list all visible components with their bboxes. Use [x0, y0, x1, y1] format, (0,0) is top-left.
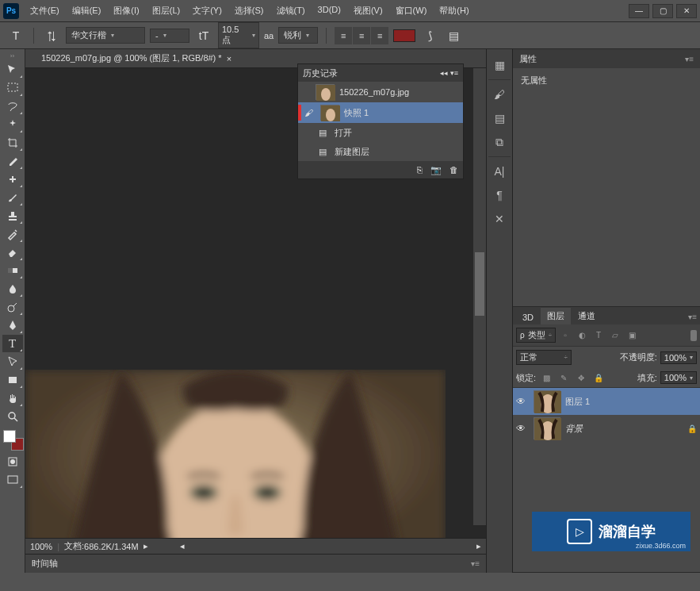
dock-paragraph-icon[interactable]: ¶ — [488, 184, 511, 206]
menu-window[interactable]: 窗口(W) — [391, 2, 432, 20]
lasso-tool[interactable] — [2, 98, 23, 115]
fill-input[interactable]: 100%▾ — [660, 371, 697, 384]
screen-mode-tool[interactable] — [2, 471, 23, 489]
hand-tool[interactable] — [2, 390, 23, 407]
history-newdoc-icon[interactable]: ⎘ — [417, 165, 423, 175]
dock-character-icon[interactable]: A| — [488, 160, 511, 182]
path-select-tool[interactable] — [2, 353, 23, 370]
layer-row[interactable]: 👁 图层 1 — [513, 388, 700, 415]
layer-thumb[interactable] — [534, 390, 560, 413]
orientation-icon[interactable]: ⮁ — [42, 26, 61, 45]
history-brush-tool[interactable] — [2, 225, 23, 243]
vertical-scrollbar[interactable] — [473, 68, 486, 525]
layers-menu-icon[interactable]: ▾≡ — [685, 309, 700, 324]
filter-toggle[interactable] — [690, 330, 697, 341]
zoom-tool[interactable] — [2, 408, 23, 425]
dock-brush-icon[interactable]: 🖌 — [488, 83, 511, 106]
zoom-level[interactable]: 100% — [30, 542, 52, 551]
properties-menu-icon[interactable]: ▾≡ — [685, 55, 694, 63]
antialias-select[interactable]: 锐利▾ — [278, 27, 318, 44]
align-center-button[interactable]: ≡ — [353, 27, 370, 44]
align-right-button[interactable]: ≡ — [371, 27, 388, 44]
tab-channels[interactable]: 通道 — [572, 308, 602, 324]
dock-brushpresets-icon[interactable]: ▤ — [488, 107, 511, 129]
scroll-right-icon[interactable]: ▸ — [476, 541, 481, 551]
healing-tool[interactable] — [2, 171, 23, 188]
tool-preset-icon[interactable]: T — [6, 26, 25, 45]
quick-mask-tool[interactable] — [2, 453, 23, 470]
stamp-tool[interactable] — [2, 207, 23, 225]
menu-help[interactable]: 帮助(H) — [434, 2, 473, 20]
move-tool[interactable] — [2, 61, 23, 79]
history-state-row[interactable]: ▤ 新建图层 — [298, 142, 463, 161]
menu-image[interactable]: 图像(I) — [109, 2, 143, 20]
font-style-select[interactable]: -▾ — [150, 29, 189, 43]
history-brush-source-icon[interactable]: 🖌 — [301, 106, 316, 120]
menu-layer[interactable]: 图层(L) — [147, 2, 185, 20]
text-color-swatch[interactable] — [393, 29, 415, 42]
tab-3d[interactable]: 3D — [516, 310, 540, 324]
menu-type[interactable]: 文字(Y) — [188, 2, 227, 20]
lock-trans-icon[interactable]: ▩ — [539, 371, 553, 384]
layer-name[interactable]: 背景 — [565, 423, 583, 435]
tab-close-icon[interactable]: × — [227, 54, 231, 63]
history-panel[interactable]: 历史记录 ◂◂ ▾≡ 150226_m07g.jpg 🖌 快照 1 ▤ 打开 ▤… — [297, 63, 464, 179]
pen-tool[interactable] — [2, 317, 23, 334]
character-panel-icon[interactable]: ▤ — [444, 26, 463, 45]
visibility-icon[interactable]: 👁 — [516, 396, 529, 407]
document-tab[interactable]: 150226_m07g.jpg @ 100% (图层 1, RGB/8#) * … — [35, 49, 238, 67]
layer-name[interactable]: 图层 1 — [565, 396, 590, 408]
history-snapshot-icon[interactable]: 📷 — [430, 165, 442, 175]
maximize-button[interactable]: ▢ — [652, 4, 673, 18]
history-snapshot-row[interactable]: 🖌 快照 1 — [298, 102, 463, 123]
visibility-icon[interactable]: 👁 — [516, 423, 529, 434]
menu-view[interactable]: 视图(V) — [349, 2, 388, 20]
menu-edit[interactable]: 编辑(E) — [67, 2, 106, 20]
history-state-row[interactable]: ▤ 打开 — [298, 123, 463, 142]
foreground-color[interactable] — [3, 430, 16, 443]
blur-tool[interactable] — [2, 280, 23, 297]
shape-tool[interactable] — [2, 371, 23, 389]
dock-clone-icon[interactable]: ⧉ — [488, 131, 511, 153]
layer-thumb[interactable] — [534, 417, 560, 439]
filter-pixel-icon[interactable]: ▫ — [558, 329, 572, 342]
history-collapse-icon[interactable]: ◂◂ ▾≡ — [440, 69, 458, 77]
history-snapshot-row[interactable]: 150226_m07g.jpg — [298, 82, 463, 102]
doc-info-arrow[interactable]: ▸ — [143, 541, 148, 551]
tab-layers[interactable]: 图层 — [541, 308, 571, 324]
lock-pos-icon[interactable]: ✥ — [574, 371, 588, 384]
marquee-tool[interactable] — [2, 79, 23, 97]
font-family-select[interactable]: 华文行楷▾ — [66, 27, 145, 44]
lock-all-icon[interactable]: 🔒 — [591, 371, 606, 384]
layer-row[interactable]: 👁 背景 🔒 — [513, 415, 700, 442]
filter-smart-icon[interactable]: ▣ — [625, 329, 639, 342]
color-picker[interactable] — [3, 430, 25, 452]
history-delete-icon[interactable]: 🗑 — [449, 165, 458, 175]
eyedropper-tool[interactable] — [2, 152, 23, 170]
menu-3d[interactable]: 3D(D) — [313, 2, 346, 20]
dodge-tool[interactable] — [2, 298, 23, 316]
filter-type-select[interactable]: ρ 类型 ÷ — [516, 328, 556, 343]
brush-tool[interactable] — [2, 189, 23, 206]
opacity-input[interactable]: 100%▾ — [660, 351, 697, 364]
wand-tool[interactable] — [2, 116, 23, 133]
history-header[interactable]: 历史记录 ◂◂ ▾≡ — [298, 64, 463, 82]
eraser-tool[interactable] — [2, 244, 23, 261]
align-left-button[interactable]: ≡ — [335, 27, 352, 44]
type-tool[interactable]: T — [2, 335, 23, 352]
blend-mode-select[interactable]: 正常÷ — [516, 350, 572, 365]
warp-text-icon[interactable]: ⟆ — [420, 26, 439, 45]
filter-type-icon[interactable]: T — [591, 329, 606, 342]
menu-select[interactable]: 选择(S) — [230, 2, 269, 20]
timeline-menu-icon[interactable]: ▾≡ — [471, 559, 480, 568]
gradient-tool[interactable] — [2, 262, 23, 279]
toolbar-expand[interactable]: ›› — [2, 52, 23, 60]
menu-filter[interactable]: 滤镜(T) — [272, 2, 310, 20]
menu-file[interactable]: 文件(E) — [25, 2, 64, 20]
close-button[interactable]: ✕ — [676, 4, 697, 18]
filter-shape-icon[interactable]: ▱ — [608, 329, 622, 342]
filter-adjust-icon[interactable]: ◐ — [575, 329, 589, 342]
lock-pixel-icon[interactable]: ✎ — [557, 371, 571, 384]
timeline-panel[interactable]: 时间轴 ▾≡ — [25, 554, 486, 573]
font-size-input[interactable]: 10.5 点▾ — [218, 22, 259, 48]
